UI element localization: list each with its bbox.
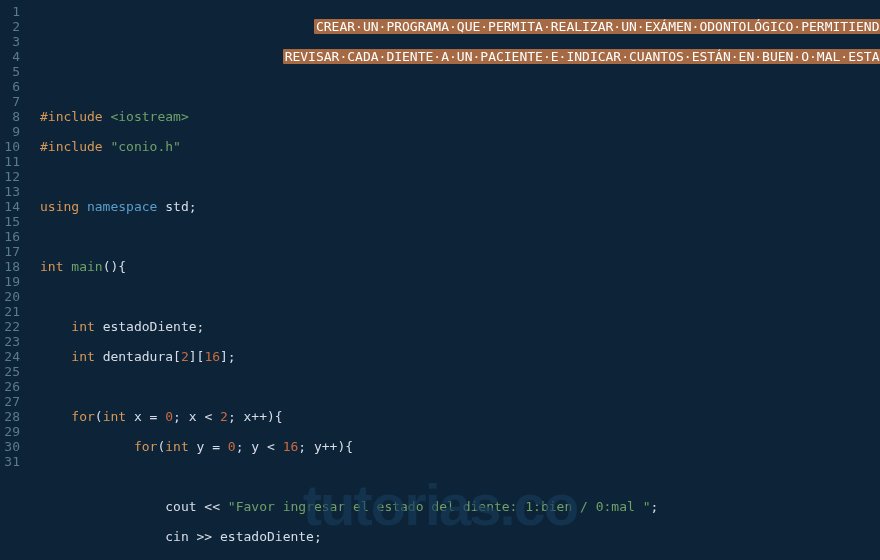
identifier: x [244,409,252,424]
code-line: using namespace std; [40,199,880,214]
line-number: 29 [4,424,20,439]
keyword: namespace [87,199,157,214]
include-path: <iostream> [110,109,188,124]
code-line: REVISAR·CADA·DIENTE·A·UN·PACIENTE·E·INDI… [40,49,880,64]
line-number: 28 [4,409,20,424]
identifier: std [165,199,188,214]
line-number: 16 [4,229,20,244]
identifier: dentadura [103,349,173,364]
code-line: #include "conio.h" [40,139,880,154]
identifier: estadoDiente [220,529,314,544]
number: 16 [204,349,220,364]
number: 0 [165,409,173,424]
keyword: int [103,409,126,424]
line-number: 18 [4,259,20,274]
code-line: int main(){ [40,259,880,274]
number: 16 [283,439,299,454]
line-number: 8 [4,109,20,124]
code-line: #include <iostream> [40,109,880,124]
line-number: 27 [4,394,20,409]
number: 0 [228,439,236,454]
line-number: 23 [4,334,20,349]
keyword: for [71,409,94,424]
keyword: for [134,439,157,454]
line-number: 2 [4,19,20,34]
code-line: int estadoDiente; [40,319,880,334]
code-line: for(int y = 0; y < 16; y++){ [40,439,880,454]
code-line [40,169,880,184]
line-number-gutter: 1 2 3 4 5 6 7 8 9 10 11 12 13 14 15 16 1… [0,0,28,560]
line-number: 1 [4,4,20,19]
line-number: 25 [4,364,20,379]
line-number: 11 [4,154,20,169]
code-area[interactable]: CREAR·UN·PROGRAMA·QUE·PERMITA·REALIZAR·U… [28,0,880,560]
line-number: 14 [4,199,20,214]
string-literal: "Favor ingresar el estado del diente: 1:… [228,499,651,514]
identifier: y [197,439,205,454]
line-number: 21 [4,304,20,319]
line-number: 30 [4,439,20,454]
code-line [40,79,880,94]
code-line: cout << "Favor ingresar el estado del di… [40,499,880,514]
line-number: 10 [4,139,20,154]
line-number: 13 [4,184,20,199]
comment-highlight: CREAR·UN·PROGRAMA·QUE·PERMITA·REALIZAR·U… [314,19,880,34]
code-line: cin >> estadoDiente; [40,529,880,544]
identifier: cout [165,499,196,514]
keyword: int [165,439,188,454]
preprocessor: #include [40,109,103,124]
line-number: 26 [4,379,20,394]
keyword: int [40,259,63,274]
identifier: y [251,439,259,454]
code-line: CREAR·UN·PROGRAMA·QUE·PERMITA·REALIZAR·U… [40,19,880,34]
line-number: 22 [4,319,20,334]
line-number: 12 [4,169,20,184]
number: 2 [220,409,228,424]
line-number: 19 [4,274,20,289]
identifier: cin [165,529,188,544]
code-editor: 1 2 3 4 5 6 7 8 9 10 11 12 13 14 15 16 1… [0,0,880,560]
line-number: 5 [4,64,20,79]
code-line [40,379,880,394]
line-number: 3 [4,34,20,49]
line-number: 7 [4,94,20,109]
line-number: 24 [4,349,20,364]
keyword: using [40,199,79,214]
keyword: int [71,319,94,334]
identifier: estadoDiente [103,319,197,334]
function-name: main [71,259,102,274]
line-number: 17 [4,244,20,259]
line-number: 15 [4,214,20,229]
preprocessor: #include [40,139,103,154]
code-line: int dentadura[2][16]; [40,349,880,364]
line-number: 31 [4,454,20,469]
identifier: x [134,409,142,424]
comment-highlight: REVISAR·CADA·DIENTE·A·UN·PACIENTE·E·INDI… [283,49,880,64]
include-path: "conio.h" [110,139,180,154]
line-number: 20 [4,289,20,304]
keyword: int [71,349,94,364]
identifier: y [314,439,322,454]
line-number: 6 [4,79,20,94]
line-number: 9 [4,124,20,139]
code-line [40,289,880,304]
number: 2 [181,349,189,364]
code-line [40,229,880,244]
line-number: 4 [4,49,20,64]
code-line: for(int x = 0; x < 2; x++){ [40,409,880,424]
code-line [40,469,880,484]
identifier: x [189,409,197,424]
